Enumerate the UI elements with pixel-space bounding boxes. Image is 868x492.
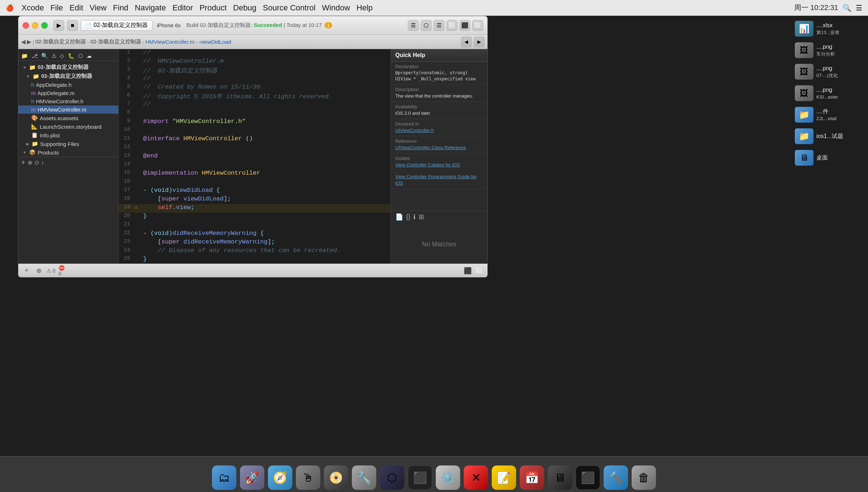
symbol-icon[interactable]: 🔍	[41, 53, 48, 59]
dock-tools[interactable]: 🔧	[352, 465, 376, 490]
git-icon[interactable]: ⎇	[32, 53, 38, 59]
nav-next[interactable]: ▶	[27, 38, 31, 45]
device-target[interactable]: iPhone 6s	[157, 22, 181, 28]
breadcrumb-method[interactable]: -viewDidLoad	[198, 39, 231, 45]
breadcrumb-file[interactable]: HMViewController.m ›	[145, 39, 197, 45]
dock-flash[interactable]: ✕	[464, 465, 488, 490]
dock-notes[interactable]: 📝	[492, 465, 516, 490]
issue-icon[interactable]: ⚠	[52, 53, 56, 59]
qh-declared-in-value[interactable]: UIViewController.h	[395, 127, 483, 134]
filter-button[interactable]: ⊕	[28, 159, 32, 166]
debug-icon[interactable]: 🐛	[68, 53, 75, 59]
menu-search-icon[interactable]: 🔍	[843, 4, 852, 12]
run-button[interactable]: ▶	[53, 20, 64, 31]
menu-list-icon[interactable]: ☰	[856, 4, 862, 12]
test-icon[interactable]: ◇	[60, 53, 64, 59]
menu-help[interactable]: Help	[357, 3, 373, 13]
qh-reference-value[interactable]: UIViewController Class Reference	[395, 145, 483, 151]
sidebar-nav-icons: 📁 ⎇ 🔍 ⚠ ◇ 🐛 ⬡ ☁	[18, 51, 118, 61]
menu-find[interactable]: Find	[113, 3, 128, 13]
sidebar-item-appdelegate-h[interactable]: h AppDelegate.h	[18, 81, 118, 89]
qh-new-file-icon[interactable]: 📄	[395, 213, 403, 221]
layout-btn3[interactable]: ⬜	[472, 20, 483, 31]
jump-bar-prev[interactable]: ◀	[461, 37, 472, 47]
apple-menu[interactable]: 🍎	[6, 4, 14, 12]
layout-right-icon[interactable]: ⬜	[475, 266, 484, 275]
desktop-folder-desktop[interactable]: 🖥 桌面	[792, 148, 865, 167]
sidebar-options[interactable]: ⊙	[34, 159, 39, 166]
dock-calendar[interactable]: 📅	[520, 465, 544, 490]
desktop-folder-5[interactable]: 📁 ....件ZJL...etail	[792, 105, 865, 124]
layout-btn1[interactable]: ⬜	[447, 20, 457, 31]
sidebar-item-hmvc-h[interactable]: h HMViewController.h	[18, 97, 118, 105]
qh-guide2[interactable]: View Controller Programming Guide for iO…	[395, 174, 483, 186]
qh-bracket-icon[interactable]: {}	[406, 213, 410, 221]
desktop-folder-3[interactable]: 🖼 ....png07-...(优化	[792, 62, 865, 81]
sidebar-item-supporting[interactable]: ▶ 📁 Supporting Files	[18, 139, 118, 148]
layout-left-icon[interactable]: ⬛	[463, 266, 472, 275]
sort-button[interactable]: ↕	[41, 160, 44, 166]
menu-window[interactable]: Window	[322, 3, 350, 13]
desktop-folder-2[interactable]: 🖼 ....png车分分析	[792, 41, 865, 60]
desktop-folder-6[interactable]: 📁 ios1...试题	[792, 127, 865, 146]
sidebar-item-products[interactable]: ▼ 📦 Products	[18, 148, 118, 157]
dock-trash[interactable]: 🗑	[632, 465, 656, 490]
breadcrumb-part2[interactable]: 02-加载自定义控制器 ›	[90, 38, 144, 45]
warning-badge[interactable]: 1	[325, 22, 332, 28]
menu-navigate[interactable]: Navigate	[135, 3, 166, 13]
jump-bar-next[interactable]: ▶	[474, 37, 485, 47]
sidebar-item-launchscreen[interactable]: 📐 LaunchScreen.storyboard	[18, 122, 118, 131]
filter-icon[interactable]: ⊕	[34, 266, 43, 275]
menu-edit[interactable]: Edit	[70, 3, 83, 13]
dock-settings[interactable]: ⚙️	[436, 465, 460, 490]
desktop-folder-4[interactable]: 🖼 ....pngKSI...aster	[792, 84, 865, 103]
dock-xquartz[interactable]: ⬡	[380, 465, 404, 490]
active-tab[interactable]: 📄 02-加载自定义控制器	[81, 20, 152, 31]
folder-icon[interactable]: 📁	[21, 53, 28, 59]
minimize-button[interactable]	[32, 22, 38, 29]
sidebar-item-root-group[interactable]: ▼ 📁 02-加载自定义控制器	[18, 61, 118, 72]
add-file-button[interactable]: +	[21, 159, 25, 167]
close-button[interactable]	[23, 22, 29, 29]
error-count-icon[interactable]: ⛔ 0	[58, 266, 68, 275]
warning-count-icon[interactable]: ⚠ 0	[46, 266, 56, 275]
dock-finder[interactable]: 🗂	[212, 465, 236, 490]
sidebar-item-assets[interactable]: 🎨 Assets.xcassets	[18, 114, 118, 122]
breadcrumb-part1[interactable]: 02-加载自定义控制器 ›	[36, 38, 89, 45]
dock-mouse[interactable]: 🖱	[296, 465, 320, 490]
menu-source-control[interactable]: Source Control	[263, 3, 316, 13]
qh-guide1[interactable]: View Controller Catalog for iOS	[395, 162, 483, 168]
stop-button[interactable]: ■	[67, 20, 78, 31]
sidebar-item-hmvc-m[interactable]: m HMViewController.m	[18, 105, 118, 114]
dock-launchpad[interactable]: 🚀	[240, 465, 264, 490]
dock-xcode[interactable]: 🔨	[604, 465, 628, 490]
dock-safari[interactable]: 🧭	[268, 465, 292, 490]
log-icon[interactable]: ☁	[86, 53, 92, 59]
dock-monitor1[interactable]: 🖥	[548, 465, 572, 490]
breakpoint-icon[interactable]: ⬡	[78, 53, 83, 59]
debug-toggle[interactable]: ⬡	[421, 20, 431, 31]
sidebar-item-appdelegate-m[interactable]: m AppDelegate.m	[18, 89, 118, 97]
code-line-15: 15 @implementation HMViewController	[119, 170, 391, 178]
navigator-toggle[interactable]: ☰	[408, 20, 419, 31]
menu-product[interactable]: Product	[199, 3, 227, 13]
dock-monitor2[interactable]: ⬛	[576, 465, 600, 490]
menu-editor[interactable]: Editor	[173, 3, 193, 13]
code-editor[interactable]: 1 // 2 // HMViewController.m 3 // 02-加载自…	[119, 49, 391, 264]
maximize-button[interactable]	[41, 22, 48, 29]
desktop-folder-1[interactable]: 📊 ....xlsx第13...业准	[792, 19, 865, 38]
layout-btn2[interactable]: ⬛	[459, 20, 470, 31]
menu-xcode[interactable]: Xcode	[22, 3, 44, 13]
menu-view[interactable]: View	[90, 3, 107, 13]
menu-file[interactable]: File	[50, 3, 63, 13]
qh-info-icon[interactable]: ℹ	[413, 213, 416, 221]
sidebar-item-infoplist[interactable]: 📋 Info.plist	[18, 131, 118, 139]
add-button[interactable]: +	[22, 266, 31, 275]
sidebar-item-subgroup[interactable]: ▼ 📁 02-加载自定义控制器	[18, 72, 118, 81]
menu-debug[interactable]: Debug	[233, 3, 256, 13]
dock-terminal[interactable]: ⬛	[408, 465, 432, 490]
inspector-toggle[interactable]: ☰	[434, 20, 444, 31]
dock-dvd[interactable]: 📀	[324, 465, 348, 490]
nav-prev[interactable]: ◀	[21, 38, 25, 45]
qh-grid-icon[interactable]: ⊞	[419, 213, 424, 221]
